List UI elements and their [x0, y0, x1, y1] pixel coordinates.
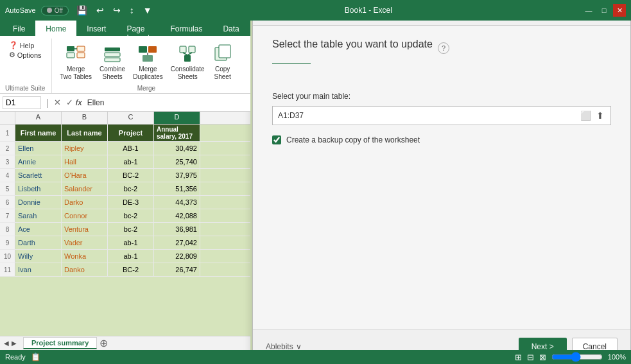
- combine-sheets-button[interactable]: CombineSheets: [97, 42, 128, 82]
- cell-a8[interactable]: Ace: [15, 223, 62, 236]
- cell-d8[interactable]: 36,981: [154, 223, 200, 236]
- table-selector[interactable]: A1:D37 ⬜ ⬆: [272, 106, 611, 125]
- zoom-slider[interactable]: [551, 353, 603, 361]
- combine-sheets-icon: [102, 44, 123, 64]
- cell-a4[interactable]: Scarlett: [15, 169, 62, 182]
- cell-a10[interactable]: Willy: [15, 250, 62, 263]
- page-layout-icon[interactable]: ⊟: [527, 352, 534, 362]
- cell-d1[interactable]: Annual salary, 2017: [154, 125, 200, 141]
- options-button[interactable]: ⚙ Options: [9, 51, 42, 59]
- col-header-c[interactable]: C: [108, 112, 154, 124]
- redo-icon[interactable]: ↪: [110, 4, 123, 17]
- prev-sheet-icon[interactable]: ◀: [3, 340, 10, 347]
- ribbon-group-merge: MergeTwo Tables CombineSheets: [55, 39, 241, 93]
- cell-d7[interactable]: 42,088: [154, 209, 200, 222]
- consolidate-sheets-button[interactable]: ConsolidateSheets: [168, 42, 207, 82]
- cell-b5[interactable]: Salander: [62, 182, 108, 195]
- cell-b8[interactable]: Ventura: [62, 223, 108, 236]
- col-header-b[interactable]: B: [62, 112, 108, 124]
- cell-mode-icon: 📋: [31, 352, 40, 361]
- cell-c7[interactable]: bc-2: [108, 209, 154, 222]
- cell-a6[interactable]: Donnie: [15, 196, 62, 209]
- page-break-icon[interactable]: ⊠: [539, 352, 546, 362]
- svg-rect-10: [143, 55, 153, 62]
- cell-b7[interactable]: Connor: [62, 209, 108, 222]
- cell-d9[interactable]: 27,042: [154, 236, 200, 249]
- cell-b4[interactable]: O'Hara: [62, 169, 108, 182]
- help-button[interactable]: ❓ Help: [9, 41, 42, 49]
- merge-two-tables-button[interactable]: MergeTwo Tables: [57, 42, 94, 82]
- normal-view-icon[interactable]: ⊞: [515, 352, 522, 362]
- title-bar: AutoSave Off 💾 ↩ ↪ ↕ ▼ Book1 - Excel — □…: [0, 0, 631, 21]
- restore-button[interactable]: □: [598, 4, 610, 17]
- col-header-a[interactable]: A: [15, 112, 62, 124]
- cell-c5[interactable]: bc-2: [108, 182, 154, 195]
- dropdown-icon[interactable]: ▼: [141, 4, 155, 17]
- cell-b3[interactable]: Hall: [62, 155, 108, 168]
- help-tooltip-icon[interactable]: ?: [438, 42, 449, 54]
- add-sheet-button[interactable]: ⊕: [99, 337, 108, 349]
- spreadsheet: A B C D 1 First name Last name Project A…: [0, 112, 250, 338]
- cell-c9[interactable]: ab-1: [108, 236, 154, 249]
- merge-duplicates-button[interactable]: MergeDuplicates: [130, 42, 166, 82]
- svg-rect-3: [77, 53, 85, 58]
- cell-c2[interactable]: AB-1: [108, 142, 154, 155]
- col-header-d[interactable]: D: [154, 112, 200, 124]
- cell-c8[interactable]: bc-2: [108, 223, 154, 236]
- cell-d3[interactable]: 25,740: [154, 155, 200, 168]
- cell-b1[interactable]: Last name: [62, 125, 108, 141]
- backup-checkbox[interactable]: [272, 135, 281, 144]
- svg-rect-2: [77, 46, 85, 51]
- minimize-button[interactable]: —: [582, 4, 595, 17]
- expand-selection-icon[interactable]: ⬜: [579, 109, 592, 122]
- cell-c6[interactable]: DE-3: [108, 196, 154, 209]
- table-value: A1:D37: [278, 111, 574, 120]
- backup-label[interactable]: Create a backup copy of the worksheet: [286, 135, 420, 144]
- cell-reference[interactable]: [3, 96, 41, 109]
- svg-rect-13: [189, 46, 195, 53]
- save-icon[interactable]: 💾: [74, 4, 90, 17]
- sheet-row-5: 5 Lisbeth Salander bc-2 51,356: [0, 182, 250, 196]
- cell-c1[interactable]: Project: [108, 125, 154, 141]
- cell-b11[interactable]: Danko: [62, 263, 108, 276]
- cell-c3[interactable]: ab-1: [108, 155, 154, 168]
- quick-access-toolbar: 💾 ↩ ↪ ↕ ▼: [74, 4, 155, 17]
- cell-a5[interactable]: Lisbeth: [15, 182, 62, 195]
- cell-d6[interactable]: 44,373: [154, 196, 200, 209]
- collapse-icon[interactable]: ⬆: [595, 109, 605, 122]
- cell-d5[interactable]: 51,356: [154, 182, 200, 195]
- copy-sheets-button[interactable]: CopySheet: [210, 42, 236, 82]
- fx-label: fx: [76, 98, 82, 107]
- formula-input[interactable]: [85, 98, 248, 107]
- cell-c10[interactable]: ab-1: [108, 250, 154, 263]
- cell-a11[interactable]: Ivan: [15, 263, 62, 276]
- cell-d10[interactable]: 22,809: [154, 250, 200, 263]
- cell-b9[interactable]: Vader: [62, 236, 108, 249]
- next-sheet-icon[interactable]: ▶: [10, 340, 18, 347]
- autosave-toggle[interactable]: Off: [41, 6, 69, 15]
- column-headers: A B C D: [0, 112, 250, 125]
- cell-a1[interactable]: First name: [15, 125, 62, 141]
- help-icon: ❓: [9, 41, 18, 49]
- dialog-divider: [272, 63, 311, 64]
- close-button[interactable]: ✕: [613, 4, 626, 17]
- cell-d4[interactable]: 37,975: [154, 169, 200, 182]
- cell-d2[interactable]: 30,492: [154, 142, 200, 155]
- cancel-formula-icon[interactable]: ✕: [54, 98, 61, 107]
- sheet-tab-project-summary[interactable]: Project summary: [23, 337, 97, 349]
- sort-icon[interactable]: ↕: [127, 4, 137, 17]
- cell-c11[interactable]: BC-2: [108, 263, 154, 276]
- cell-d11[interactable]: 26,747: [154, 263, 200, 276]
- cell-b2[interactable]: Ripley: [62, 142, 108, 155]
- cell-a7[interactable]: Sarah: [15, 209, 62, 222]
- cell-c4[interactable]: BC-2: [108, 169, 154, 182]
- undo-icon[interactable]: ↩: [94, 4, 107, 17]
- sheet-row-10: 10 Willy Wonka ab-1 22,809: [0, 250, 250, 263]
- cell-b6[interactable]: Darko: [62, 196, 108, 209]
- svg-rect-7: [105, 58, 120, 62]
- cell-b10[interactable]: Wonka: [62, 250, 108, 263]
- confirm-formula-icon[interactable]: ✓: [66, 98, 73, 107]
- cell-a2[interactable]: Ellen: [15, 142, 62, 155]
- cell-a3[interactable]: Annie: [15, 155, 62, 168]
- cell-a9[interactable]: Darth: [15, 236, 62, 249]
